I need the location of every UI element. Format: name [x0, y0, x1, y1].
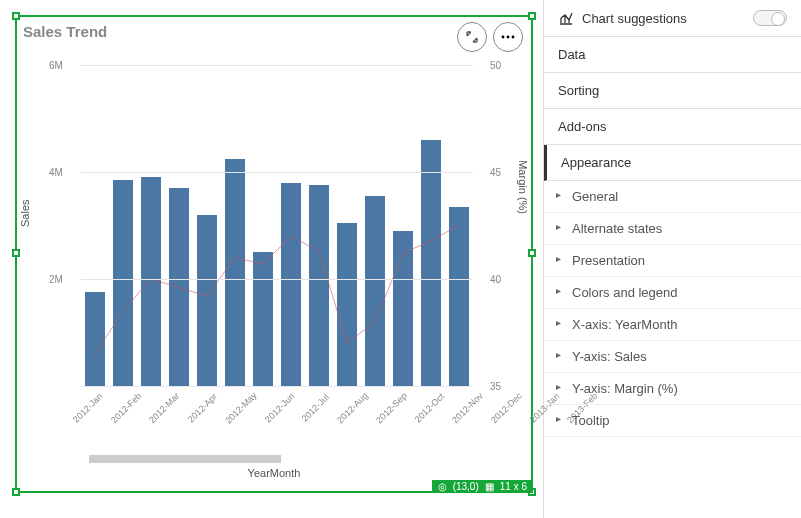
- selection-info: ◎ (13,0) ▦ 11 x 6: [432, 480, 533, 493]
- y-left-tick: 2M: [49, 274, 63, 285]
- plot-area: 2M4M6M35404550: [81, 65, 473, 387]
- panel-section-appearance[interactable]: Appearance: [544, 145, 801, 181]
- properties-panel: Chart suggestions DataSortingAdd-onsAppe…: [543, 0, 801, 518]
- target-icon: ◎: [438, 481, 447, 492]
- resize-handle-mr[interactable]: [528, 249, 536, 257]
- y-axis-left-label: Sales: [19, 199, 31, 227]
- appearance-item[interactable]: Y-axis: Margin (%): [544, 373, 801, 405]
- chart-title: Sales Trend: [17, 17, 531, 40]
- chart-canvas: Sales Trend Sales Margin (%) 2M4M6M35404…: [0, 0, 543, 518]
- panel-section-sorting[interactable]: Sorting: [544, 73, 801, 109]
- y-right-tick: 40: [490, 274, 501, 285]
- resize-handle-bl[interactable]: [12, 488, 20, 496]
- svg-point-2: [512, 36, 515, 39]
- chart-suggestions-toggle[interactable]: [753, 10, 787, 26]
- appearance-item[interactable]: Presentation: [544, 245, 801, 277]
- grid-icon: ▦: [485, 481, 494, 492]
- y-right-tick: 45: [490, 167, 501, 178]
- chart-suggestions-row[interactable]: Chart suggestions: [544, 0, 801, 37]
- resize-handle-ml[interactable]: [12, 249, 20, 257]
- y-right-tick: 50: [490, 60, 501, 71]
- appearance-item[interactable]: Tooltip: [544, 405, 801, 437]
- appearance-item[interactable]: Alternate states: [544, 213, 801, 245]
- selection-size: 11 x 6: [500, 481, 527, 492]
- margin-line[interactable]: [95, 226, 459, 354]
- y-right-tick: 35: [490, 381, 501, 392]
- chart-body: Sales Margin (%) 2M4M6M35404550 2012-Jan…: [45, 65, 509, 419]
- chart-suggestions-icon: [558, 10, 574, 26]
- appearance-item[interactable]: X-axis: YearMonth: [544, 309, 801, 341]
- x-axis-label: YearMonth: [17, 467, 531, 479]
- appearance-item[interactable]: General: [544, 181, 801, 213]
- selection-coord: (13,0): [453, 481, 479, 492]
- appearance-item[interactable]: Colors and legend: [544, 277, 801, 309]
- more-options-button[interactable]: [493, 22, 523, 52]
- selection-frame[interactable]: Sales Trend Sales Margin (%) 2M4M6M35404…: [15, 15, 533, 493]
- resize-handle-tl[interactable]: [12, 12, 20, 20]
- svg-point-1: [507, 36, 510, 39]
- appearance-item[interactable]: Y-axis: Sales: [544, 341, 801, 373]
- y-axis-right-label: Margin (%): [517, 161, 529, 215]
- resize-handle-tr[interactable]: [528, 12, 536, 20]
- chart-scroll-track[interactable]: [89, 455, 281, 463]
- chart-suggestions-label: Chart suggestions: [582, 11, 687, 26]
- y-left-tick: 4M: [49, 167, 63, 178]
- panel-section-add-ons[interactable]: Add-ons: [544, 109, 801, 145]
- y-left-tick: 6M: [49, 60, 63, 71]
- fullscreen-button[interactable]: [457, 22, 487, 52]
- svg-point-0: [502, 36, 505, 39]
- panel-section-data[interactable]: Data: [544, 37, 801, 73]
